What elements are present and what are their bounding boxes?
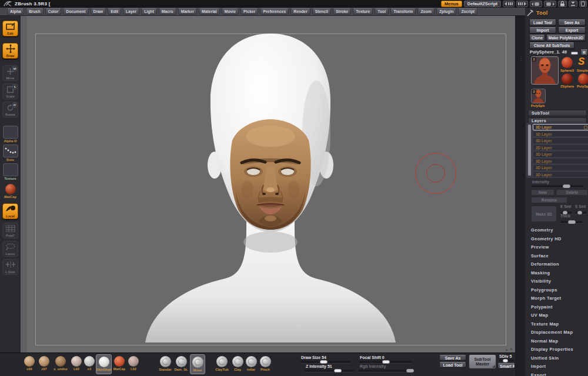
- section-geometry-hd[interactable]: Geometry HD: [531, 236, 588, 245]
- layer-row[interactable]: 3D Layer: [533, 131, 588, 137]
- section-import[interactable]: Import: [531, 364, 588, 372]
- panel-divider[interactable]: ⋮: [515, 16, 525, 376]
- section-deformation[interactable]: Deformation: [531, 261, 588, 270]
- default-zscript-button[interactable]: DefaultZScript: [464, 1, 501, 7]
- scale-button[interactable]: S Scale: [2, 83, 18, 99]
- z-intensity-slider[interactable]: Z Intensity 51: [305, 364, 355, 373]
- menu-brush[interactable]: Brush: [26, 8, 44, 15]
- tray-save-as-button[interactable]: Save As: [439, 355, 466, 361]
- focal-shift-slider[interactable]: Focal Shift 0: [359, 355, 413, 364]
- quickpick-sphere3[interactable]: [562, 57, 573, 68]
- export-button[interactable]: Export: [558, 27, 586, 33]
- brush-pinch[interactable]: Pinch: [258, 354, 272, 374]
- load-tool-button[interactable]: Load Tool: [529, 19, 556, 26]
- tray-load-tool-button[interactable]: Load Tool: [439, 362, 466, 368]
- menu-document[interactable]: Document: [63, 8, 88, 15]
- material-matcap[interactable]: MatCap: [112, 354, 126, 374]
- rgb-intensity-handle[interactable]: [406, 369, 414, 372]
- lsym-button[interactable]: L.Sym: [2, 259, 18, 275]
- layer-row[interactable]: 3D Layer: [533, 164, 588, 171]
- clone-button[interactable]: Clone: [529, 35, 545, 41]
- draw-size-slider[interactable]: Draw Size 54: [300, 355, 350, 364]
- layer-row[interactable]: 3D Layer: [533, 124, 588, 130]
- ssmt-slider[interactable]: [575, 206, 587, 215]
- section-texture-map[interactable]: Texture Map: [531, 321, 588, 330]
- quickpick-zsphere[interactable]: [562, 73, 573, 85]
- matcap-selector[interactable]: MatCap: [4, 184, 16, 199]
- r-button-partial[interactable]: R: [580, 49, 588, 56]
- material-skinshad-selected[interactable]: SkinShad: [96, 354, 112, 374]
- current-tool-thumbnail[interactable]: 3 PolySphere_1: [531, 56, 559, 85]
- minimize-icon[interactable]: [569, 1, 577, 7]
- section-polygroups[interactable]: Polygroups: [531, 287, 588, 296]
- layer-row[interactable]: 3D Layer: [533, 158, 588, 164]
- sdiv-slider[interactable]: SDiv 5: [498, 354, 514, 363]
- rgb-intensity-slider[interactable]: Rgb Intensity: [359, 364, 413, 373]
- import-button[interactable]: Import: [529, 27, 556, 33]
- section-visibility[interactable]: Visibility: [531, 278, 588, 287]
- menu-transform[interactable]: Transform: [390, 8, 416, 15]
- material-l02[interactable]: L02: [69, 354, 83, 374]
- intensity-handle[interactable]: [563, 184, 570, 188]
- menus-button[interactable]: Menus: [441, 1, 462, 7]
- menu-texture[interactable]: Texture: [353, 8, 373, 15]
- section-morph-target[interactable]: Morph Target: [531, 296, 588, 304]
- alpha-selector[interactable]: Alpha O: [3, 126, 18, 143]
- menu-color[interactable]: Color: [45, 8, 62, 15]
- menu-tool[interactable]: Tool: [375, 8, 389, 15]
- save-as-button[interactable]: Save As: [558, 19, 586, 26]
- make-3d-button[interactable]: Make 3D: [531, 206, 557, 222]
- sdiv-handle[interactable]: [503, 359, 508, 362]
- layer-row[interactable]: 3D Layer: [533, 151, 588, 157]
- menu-alpha[interactable]: Alpha: [7, 8, 24, 15]
- recent-tool-thumbnail[interactable]: 3: [531, 89, 546, 103]
- clone-all-subtools-button[interactable]: Clone All SubTools: [529, 42, 574, 49]
- menu-light[interactable]: Light: [141, 8, 157, 15]
- section-display-properties[interactable]: Display Properties: [531, 347, 588, 355]
- section-uv-map[interactable]: UV Map: [531, 313, 588, 321]
- thick-slider[interactable]: [560, 216, 583, 224]
- material-x-undoz[interactable]: x_undoz: [52, 354, 69, 374]
- menu-layer[interactable]: Layer: [123, 8, 139, 15]
- z-intensity-handle[interactable]: [334, 369, 342, 372]
- tool-panel-header[interactable]: Tool: [526, 9, 548, 16]
- material-z96[interactable]: z96: [22, 354, 36, 374]
- scroll-left-icon[interactable]: [503, 1, 514, 7]
- layer-row[interactable]: 3D Layer: [533, 172, 588, 178]
- local-button[interactable]: Local: [2, 203, 18, 219]
- layers-scrollbar[interactable]: [528, 125, 531, 176]
- polyframe-button[interactable]: PolyF: [2, 223, 18, 239]
- section-export[interactable]: Export: [531, 372, 588, 376]
- brush-clay[interactable]: Clay: [230, 354, 245, 374]
- menu-preferences[interactable]: Preferences: [260, 8, 289, 15]
- material-z97[interactable]: z97: [37, 354, 51, 374]
- layer-rename-button[interactable]: Rename: [531, 197, 567, 203]
- menu-draw[interactable]: Draw: [91, 8, 106, 15]
- layer-delete-button[interactable]: Delete: [556, 189, 588, 196]
- layer-eye-icon[interactable]: [584, 126, 587, 129]
- window-icon[interactable]: [579, 1, 587, 7]
- brush-inflat[interactable]: Inflat: [244, 354, 258, 374]
- menu-render[interactable]: Render: [290, 8, 310, 15]
- rotate-button[interactable]: R Rotate: [2, 102, 18, 118]
- draw-button[interactable]: Draw: [2, 43, 18, 59]
- brush-dam-standard[interactable]: Dam_St.: [173, 354, 189, 374]
- layer-row[interactable]: 3D Layer: [533, 137, 588, 144]
- focal-shift-handle[interactable]: [382, 360, 390, 364]
- layer-new-button[interactable]: New: [531, 189, 554, 196]
- layer-intensity-slider[interactable]: Intensity: [531, 180, 584, 189]
- draw-size-handle[interactable]: [320, 360, 328, 364]
- section-preview[interactable]: Preview: [531, 244, 588, 253]
- lasso-button[interactable]: Lasso: [2, 241, 18, 257]
- section-normal-map[interactable]: Normal Map: [531, 338, 588, 347]
- material-n3[interactable]: n3: [82, 354, 96, 374]
- material-l02-b[interactable]: L02: [126, 354, 141, 374]
- canvas-viewport[interactable]: ▲▼: [21, 16, 515, 352]
- section-unified-skin[interactable]: Unified Skin: [531, 355, 588, 364]
- menu-picker[interactable]: Picker: [240, 8, 258, 15]
- menu-zscript[interactable]: Zscript: [458, 8, 477, 15]
- section-displacement-map[interactable]: Displacement Map: [531, 330, 588, 338]
- pan-right-icon[interactable]: [544, 1, 556, 7]
- tool-mini-slider[interactable]: [571, 52, 578, 55]
- menu-marker[interactable]: Marker: [178, 8, 197, 15]
